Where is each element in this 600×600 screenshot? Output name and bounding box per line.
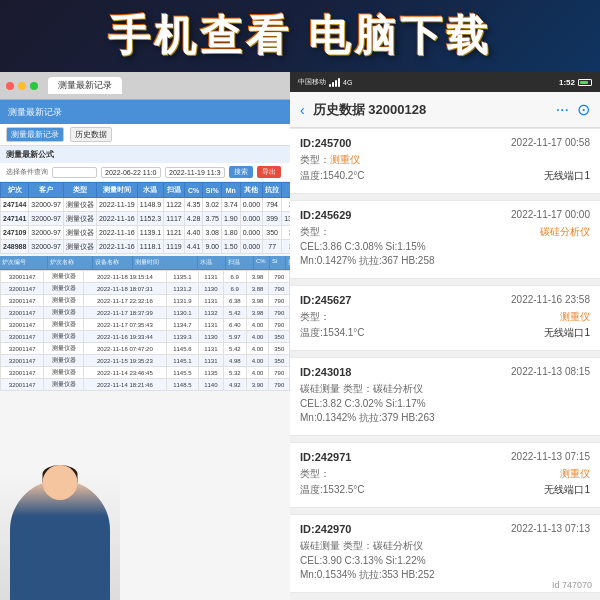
signal-icon — [329, 77, 340, 87]
table-row: 248988 32000-97 测量仪器 2022-11-16 1118.1 1… — [1, 240, 291, 254]
carrier-text: 中国移动 — [298, 77, 326, 87]
detail-text: CEL:3.86 C:3.08% Si:1.15% — [300, 241, 426, 252]
table-row: 247144 32000-97 测量仪器 2022-11-19 1148.9 1… — [1, 198, 291, 212]
table-row: 32001147测量仪器2022-11-18 19:15:141135.1113… — [1, 271, 290, 283]
top-banner: 手机查看 电脑下载 — [0, 0, 600, 72]
table-row: 247141 32000-97 测量仪器 2022-11-16 1152.3 1… — [1, 212, 291, 226]
item-detail-row: CEL:3.90 C:3.13% Si:1.22% — [300, 555, 590, 566]
export-button[interactable]: 导出 — [257, 166, 281, 178]
item-temp-row: 温度:1532.5°C 无线端口1 — [300, 483, 590, 497]
mobile-side: 中国移动 4G 1:52 ‹ — [290, 72, 600, 600]
pc-filter-bar: 选择条件查询 搜索 导出 — [0, 163, 290, 182]
col-hb: HB — [282, 183, 290, 198]
item-temp-row: 温度:1534.1°C 无线端口1 — [300, 326, 590, 340]
pc-browser-bar: 测量最新记录 — [0, 72, 290, 100]
date-from-input[interactable] — [101, 167, 161, 178]
status-right: 1:52 — [559, 78, 592, 87]
item-detail-row2: Mn:0.1342% 抗拉:379 HB:263 — [300, 411, 590, 425]
list-item: ID:245700 2022-11-17 00:58 类型： 测重仪 温度:15… — [290, 128, 600, 194]
type-value: 测重仪 — [560, 310, 590, 324]
col-other: 其他 — [240, 183, 263, 198]
item-date: 2022-11-13 08:15 — [511, 366, 590, 377]
pc-section-title: 测量最新公式 — [0, 146, 290, 163]
item-id: ID:243018 — [300, 366, 351, 378]
table-row: 247109 32000-97 测量仪器 2022-11-16 1139.1 1… — [1, 226, 291, 240]
table-row: 32001147测量仪器2022-11-14 18:21:461148.5114… — [1, 379, 290, 391]
pc-toolbar: 测量最新记录 历史数据 — [0, 124, 290, 146]
minimize-icon[interactable] — [18, 82, 26, 90]
top-data-table: 炉次 客户 类型 测量时间 水温 扫温 C% Si% Mn 其他 抗拉 HB — [0, 182, 290, 254]
detail-text: CEL:3.90 C:3.13% Si:1.22% — [300, 555, 426, 566]
pc-side: 测量最新记录 测量最新记录 测量最新记录 历史数据 测量最新公式 选择条件查询 — [0, 72, 290, 600]
col-type: 类型 — [63, 183, 96, 198]
settings-icon[interactable]: ⊙ — [577, 100, 590, 119]
maximize-icon[interactable] — [30, 82, 38, 90]
person-body — [10, 480, 110, 600]
port-value: 无线端口1 — [544, 483, 590, 497]
bottom-data-table: 32001147测量仪器2022-11-18 19:15:141135.1113… — [0, 270, 290, 391]
date-to-input[interactable] — [165, 167, 225, 178]
item-detail-row: CEL:3.86 C:3.08% Si:1.15% — [300, 241, 590, 252]
person-head — [43, 465, 78, 500]
bottom-table-header: 炉次编号 炉次名称 设备名称 测量时间 水温 扫温 C% Si 抗拉 — [0, 256, 290, 270]
pc-header: 测量最新记录 — [0, 100, 290, 124]
list-item: ID:243018 2022-11-13 08:15 碳硅测量 类型：碳硅分析仪… — [290, 357, 600, 436]
item-header: ID:242971 2022-11-13 07:15 — [300, 451, 590, 463]
item-header: ID:245629 2022-11-17 00:00 — [300, 209, 590, 221]
item-date: 2022-11-13 07:15 — [511, 451, 590, 462]
col-furnace-id: 炉次 — [1, 183, 29, 198]
toolbar-item-2[interactable]: 历史数据 — [70, 127, 112, 142]
item-type-row: 碳硅测量 类型：碳硅分析仪 — [300, 539, 590, 553]
close-icon[interactable] — [6, 82, 14, 90]
search-button[interactable]: 搜索 — [229, 166, 253, 178]
item-header: ID:245627 2022-11-16 23:58 — [300, 294, 590, 306]
mobile-screen: 中国移动 4G 1:52 ‹ — [290, 72, 600, 600]
detail-text2: Mn:0.1427% 抗拉:367 HB:258 — [300, 254, 435, 268]
status-left: 中国移动 4G — [298, 77, 352, 87]
temp-label: 温度:1540.2°C — [300, 169, 365, 183]
item-id: ID:245627 — [300, 294, 351, 306]
item-id: ID:245700 — [300, 137, 351, 149]
main-area: 测量最新记录 测量最新记录 测量最新记录 历史数据 测量最新公式 选择条件查询 — [0, 72, 600, 600]
type-label: 类型： — [300, 225, 330, 239]
table-row: 32001147测量仪器2022-11-14 23:46:451145.5113… — [1, 367, 290, 379]
detail-text2: Mn:0.1534% 抗拉:353 HB:252 — [300, 568, 435, 582]
item-header: ID:243018 2022-11-13 08:15 — [300, 366, 590, 378]
browser-tab[interactable]: 测量最新记录 — [48, 77, 122, 94]
item-header: ID:245700 2022-11-17 00:58 — [300, 137, 590, 149]
type-value: 碳硅分析仪 — [540, 225, 590, 239]
mobile-status-bar: 中国移动 4G 1:52 — [290, 72, 600, 92]
pc-header-text: 测量最新记录 — [8, 106, 62, 119]
customer-select[interactable] — [52, 167, 97, 178]
col-temp2: 扫温 — [164, 183, 185, 198]
mobile-list: ID:245700 2022-11-17 00:58 类型： 测重仪 温度:15… — [290, 128, 600, 600]
type-label: 类型： — [300, 310, 330, 324]
back-icon[interactable]: ‹ — [300, 102, 305, 118]
id-tag: Id 747070 — [552, 580, 592, 590]
detail-text: CEL:3.82 C:3.02% Si:1.17% — [300, 398, 426, 409]
list-item: ID:245627 2022-11-16 23:58 类型： 测重仪 温度:15… — [290, 285, 600, 351]
type-label: 类型： — [300, 467, 330, 481]
type-value: 测重仪 — [560, 467, 590, 481]
col-date: 测量时间 — [96, 183, 137, 198]
item-temp-row: 温度:1540.2°C 无线端口1 — [300, 169, 590, 183]
toolbar-item-1[interactable]: 测量最新记录 — [6, 127, 64, 142]
table-row: 32001147测量仪器2022-11-16 19:33:441139.3113… — [1, 331, 290, 343]
col-temp1: 水温 — [137, 183, 163, 198]
top-table-container: 炉次 客户 类型 测量时间 水温 扫温 C% Si% Mn 其他 抗拉 HB — [0, 182, 290, 254]
temp-label: 温度:1534.1°C — [300, 326, 365, 340]
table-row: 32001147测量仪器2022-11-17 18:37:391130.1113… — [1, 307, 290, 319]
battery-icon — [578, 79, 592, 86]
detail-text2: Mn:0.1342% 抗拉:379 HB:263 — [300, 411, 435, 425]
col-kl: 抗拉 — [263, 183, 282, 198]
item-date: 2022-11-13 07:13 — [511, 523, 590, 534]
filter-label: 选择条件查询 — [6, 167, 48, 177]
port-value: 无线端口1 — [544, 169, 590, 183]
more-icon[interactable]: ··· — [556, 101, 569, 119]
person-image — [0, 470, 120, 600]
item-detail-row: CEL:3.82 C:3.02% Si:1.17% — [300, 398, 590, 409]
type-label: 碳硅测量 类型：碳硅分析仪 — [300, 539, 423, 553]
window-controls — [6, 82, 38, 90]
bottom-table-container: 炉次编号 炉次名称 设备名称 测量时间 水温 扫温 C% Si 抗拉 32001… — [0, 256, 290, 391]
port-value: 无线端口1 — [544, 326, 590, 340]
